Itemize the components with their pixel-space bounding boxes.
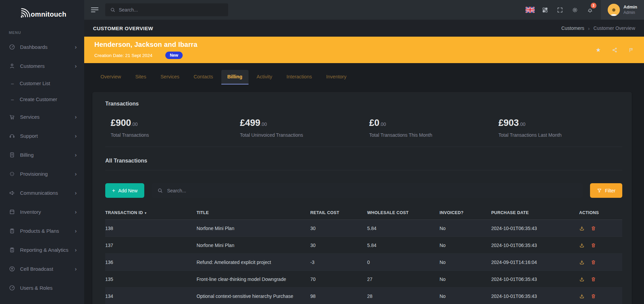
brand-name: omnitouch [31,11,67,18]
chevron-right-icon: › [75,44,77,50]
sidebar-item-create-customer[interactable]: – Create Customer [0,91,84,107]
tab-inventory[interactable]: Inventory [320,70,353,84]
download-icon[interactable] [579,293,585,299]
sidebar-item-inventory[interactable]: Inventory › [0,202,84,221]
chevron-right-icon: › [75,190,77,196]
column-header-invoiced[interactable]: INVOICED? [436,206,488,220]
sidebar-item-support[interactable]: Support › [0,126,84,145]
sidebar-item-label: Support [20,133,70,139]
trash-icon[interactable] [591,293,596,299]
cell-purchase-date: 2024-10-01T06:35:43 [488,271,576,288]
tab-sites[interactable]: Sites [129,70,152,84]
user-name: Admin [624,4,637,10]
content-area: Transactions £900.00 Total Transactions … [84,84,644,304]
share-icon[interactable] [612,47,618,53]
star-icon[interactable]: ★ [596,46,601,54]
theme-toggle-button[interactable] [568,2,583,17]
trash-icon[interactable] [591,226,596,231]
chevron-right-icon: › [75,114,77,120]
apps-grid-button[interactable] [538,2,553,17]
cell-wholesale-cost: 28 [364,288,436,304]
column-header-wholesale-cost[interactable]: WHOLESALE COST [364,206,436,220]
sidebar-item-dashboards[interactable]: Dashboards › [0,37,84,56]
download-icon[interactable] [579,243,585,248]
gauge-icon [9,44,15,50]
tab-services[interactable]: Services [154,70,186,84]
column-header-transaction-id[interactable]: TRANSACTION ID▾ [105,206,193,220]
sidebar: omnitouch MENU Dashboards › Customers › … [0,0,84,304]
user-menu-button[interactable]: Admin Admin [601,0,644,20]
trash-icon[interactable] [591,277,596,282]
column-header-title[interactable]: TITLE [193,206,307,220]
breadcrumb-current: Customer Overview [593,25,635,31]
sidebar-item-customers[interactable]: Customers › [0,56,84,75]
add-new-button[interactable]: + Add New [105,183,144,198]
stat-total-uninvoiced: £499.00 Total Uninvoiced Transactions [235,118,364,138]
brand-logo[interactable]: omnitouch [0,0,84,26]
sidebar-item-billing[interactable]: Billing › [0,145,84,164]
cell-wholesale-cost: 5.84 [364,237,436,254]
sidebar-item-communications[interactable]: Communications › [0,183,84,202]
avatar [608,4,620,16]
cell-title: Front-line clear-thinking model Downgrad… [193,271,307,288]
sidebar-subitem-label: Customer List [20,81,50,86]
sidebar-item-label: Provisioning [20,171,70,177]
cell-transaction-id: 135 [105,271,193,288]
cell-retail-cost: -3 [307,254,364,271]
chevron-right-icon: › [75,133,77,139]
sidebar-item-products-plans[interactable]: Products & Plans › [0,221,84,240]
column-header-retail-cost[interactable]: RETAIL COST [307,206,364,220]
filter-button[interactable]: Filter [590,183,622,198]
cell-transaction-id: 134 [105,288,193,304]
user-info: Admin Admin [624,4,637,15]
sidebar-item-provisioning[interactable]: Provisioning › [0,164,84,183]
stat-total-transactions: £900.00 Total Transactions [105,118,235,138]
download-icon[interactable] [579,260,585,265]
global-search-input[interactable] [119,7,223,13]
search-icon [157,188,163,193]
sidebar-item-customer-list[interactable]: – Customer List [0,75,84,91]
tab-contacts[interactable]: Contacts [187,70,219,84]
stat-last-month: £903.00 Total Transactions Last Month [493,118,622,138]
sidebar-item-reporting-analytics[interactable]: Reporting & Analytics › [0,240,84,259]
chevron-right-icon: › [75,228,77,234]
sidebar-item-cell-broadcast[interactable]: Cell Broadcast › [0,259,84,278]
stat-this-month: £0.00 Total Transactions This Month [364,118,493,138]
download-icon[interactable] [579,226,585,231]
cell-invoiced: No [436,271,488,288]
tab-billing[interactable]: Billing [221,70,249,84]
transactions-stats: £900.00 Total Transactions £499.00 Total… [105,118,622,138]
person-photo-icon [609,6,619,16]
sidebar-nav: Dashboards › Customers › – Customer List… [0,37,84,297]
trash-icon[interactable] [591,260,596,265]
chevron-right-icon: › [75,171,77,177]
tab-activity[interactable]: Activity [251,70,278,84]
sidebar-item-users-roles[interactable]: Users & Roles [0,278,84,297]
cell-retail-cost: 98 [307,288,364,304]
uk-flag-icon [526,7,535,13]
tab-interactions[interactable]: Interactions [280,70,318,84]
menu-toggle-button[interactable] [91,7,98,12]
topbar-actions: 3 Admin Admin [523,0,644,20]
trash-icon[interactable] [591,243,596,248]
sidebar-item-label: Services [20,114,70,120]
signal-arcs-icon [18,5,32,20]
notifications-button[interactable]: 3 [583,2,597,17]
breadcrumb-customers[interactable]: Customers [561,25,584,31]
cell-title: Optional context-sensitive hierarchy Pur… [193,288,307,304]
sun-icon [572,7,578,13]
download-icon[interactable] [579,277,585,282]
flag-icon[interactable] [628,47,634,53]
sidebar-item-services[interactable]: Services › [0,107,84,126]
language-flag-button[interactable] [523,2,538,17]
sidebar-item-label: Customers [20,63,70,69]
column-header-purchase-date[interactable]: PURCHASE DATE [488,206,576,220]
table-row: 136 Refund: Ameliorated explicit project… [105,254,622,271]
tab-overview[interactable]: Overview [94,70,127,84]
table-row: 135 Front-line clear-thinking model Down… [105,271,622,288]
fullscreen-button[interactable] [553,2,568,17]
dash-icon: – [10,81,15,86]
table-search-input[interactable] [167,188,577,193]
cell-purchase-date: 2024-10-01T06:35:43 [488,237,576,254]
topbar: 3 Admin Admin [84,0,644,20]
